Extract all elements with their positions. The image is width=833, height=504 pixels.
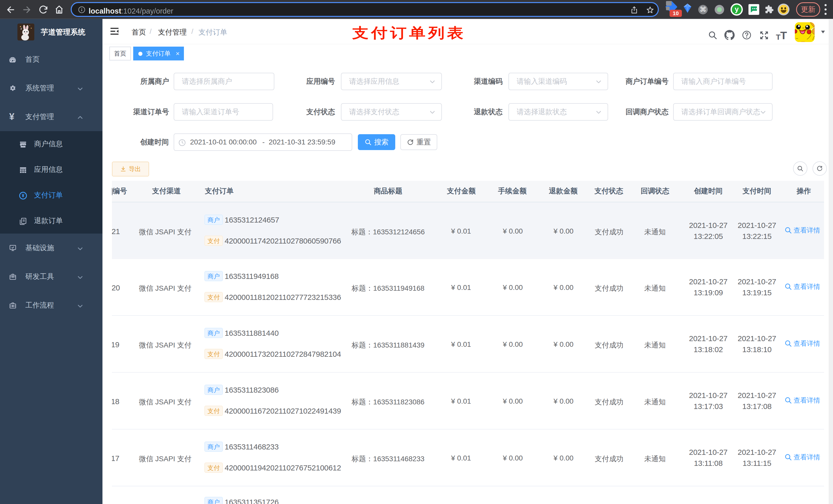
svg-text:¥: ¥ (22, 193, 24, 198)
